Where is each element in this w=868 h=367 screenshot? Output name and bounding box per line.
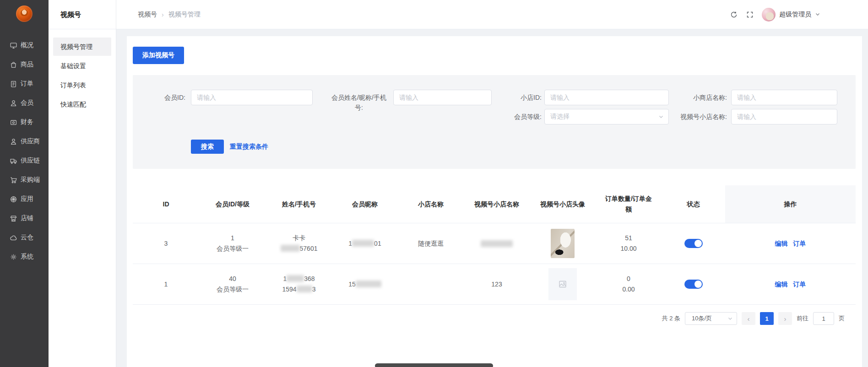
channel-table: ID 会员ID/等级 姓名/手机号 会员昵称 小店名称 视频号小店名称 视频号小…: [133, 185, 856, 305]
table-header: ID 会员ID/等级 姓名/手机号 会员昵称 小店名称 视频号小店名称 视频号小…: [133, 185, 856, 223]
add-channel-button[interactable]: 添加视频号: [133, 47, 184, 64]
cell-channel-shop-name: 123: [464, 264, 530, 304]
sidebar-item-label: 供应商: [21, 137, 40, 146]
app-window: 概况 商品 订单 会员 财务 供应商 供应链 采购端 应用 店铺 云仓 系统 视…: [0, 0, 868, 367]
edit-link[interactable]: 编辑: [775, 238, 788, 249]
primary-sidebar: 概况 商品 订单 会员 财务 供应商 供应链 采购端 应用 店铺 云仓 系统: [0, 0, 49, 367]
status-toggle[interactable]: [684, 280, 703, 289]
sidebar-item-supplier[interactable]: 供应商: [0, 132, 49, 151]
sidebar-item-overview[interactable]: 概况: [0, 36, 49, 55]
user-menu[interactable]: 超级管理员: [762, 8, 820, 22]
channel-shop-name-input[interactable]: [731, 109, 837, 124]
cell-id: 3: [133, 223, 199, 264]
secondary-sidebar: 视频号 视频号管理 基础设置 订单列表 快速匹配: [49, 0, 116, 367]
cell-status: [662, 264, 725, 304]
goto-suffix: 页: [839, 314, 845, 323]
status-toggle[interactable]: [684, 239, 703, 248]
member-id-input[interactable]: [191, 90, 313, 105]
cell-channel-shop-avatar: [530, 264, 596, 304]
sidebar-item-store[interactable]: 店铺: [0, 209, 49, 228]
sidebar-item-label: 会员: [21, 99, 33, 107]
supply-chain-icon: [10, 157, 17, 165]
col-member-id-level: 会员ID/等级: [199, 185, 266, 223]
sidebar-item-cloud-warehouse[interactable]: 云仓: [0, 228, 49, 247]
main-area: 视频号 › 视频号管理 超级管理员 添加视频号 会员ID:: [116, 0, 868, 367]
order-link[interactable]: 订单: [793, 279, 806, 290]
submenu-item-order-list[interactable]: 订单列表: [53, 76, 111, 94]
sidebar-item-label: 概况: [21, 41, 33, 49]
cell-channel-shop-avatar: [530, 223, 596, 264]
breadcrumb-level1[interactable]: 视频号: [138, 11, 157, 19]
submenu-title: 视频号: [49, 0, 116, 29]
sidebar-item-label: 系统: [21, 253, 33, 261]
submenu-item-quick-match[interactable]: 快速匹配: [53, 95, 111, 113]
edit-link[interactable]: 编辑: [775, 279, 788, 290]
filter-panel: 会员ID: 会员姓名/昵称/手机 号: 小店ID:: [133, 75, 856, 169]
sidebar-item-finance[interactable]: 财务: [0, 113, 49, 132]
topbar-actions: 超级管理员: [730, 8, 868, 22]
cell-channel-shop-name: [464, 223, 530, 264]
goto-page-input[interactable]: [813, 312, 834, 325]
sidebar-item-goods[interactable]: 商品: [0, 55, 49, 74]
sidebar-item-members[interactable]: 会员: [0, 93, 49, 113]
sidebar-item-apps[interactable]: 应用: [0, 189, 49, 209]
pagination: 共 2 条 10条/页 ‹ 1 › 前往 页: [133, 312, 856, 325]
page-size-select[interactable]: 10条/页: [685, 312, 737, 325]
cell-name-phone: 1368 15943: [266, 264, 332, 304]
masked-text: [356, 281, 381, 287]
search-button[interactable]: 搜索: [191, 140, 224, 154]
col-orders-amount: 订单数量/订单金额: [596, 185, 662, 223]
next-page-button[interactable]: ›: [778, 312, 792, 325]
masked-text: [297, 286, 312, 292]
sidebar-item-orders[interactable]: 订单: [0, 74, 49, 93]
col-channel-shop-avatar: 视频号小店头像: [530, 185, 596, 223]
fullscreen-icon[interactable]: [746, 11, 754, 19]
member-id-label: 会员ID:: [133, 90, 185, 105]
finance-icon: [10, 119, 17, 126]
small-shop-name-label: 小商店名称:: [664, 90, 727, 105]
sidebar-item-label: 供应链: [21, 157, 40, 165]
content-card: 添加视频号 会员ID: 会员姓名/昵称/手机 号: 小店ID:: [127, 36, 862, 367]
channel-shop-name-label: 视频号小店名称:: [636, 109, 727, 124]
col-status: 状态: [662, 185, 725, 223]
procurement-icon: [10, 176, 17, 184]
sidebar-item-supply-chain[interactable]: 供应链: [0, 151, 49, 170]
current-page[interactable]: 1: [760, 312, 774, 325]
order-link[interactable]: 订单: [793, 238, 806, 249]
chevron-down-icon: [727, 316, 733, 321]
sidebar-item-label: 采购端: [21, 176, 40, 184]
image-placeholder-icon: [548, 268, 577, 300]
prev-page-button[interactable]: ‹: [742, 312, 755, 325]
primary-nav: 概况 商品 订单 会员 财务 供应商 供应链 采购端 应用 店铺 云仓 系统: [0, 22, 49, 266]
user-avatar: [762, 8, 776, 22]
table-row: 1 40会员等级一 1368 15943 15 123: [133, 264, 856, 304]
refresh-icon[interactable]: [730, 11, 738, 19]
masked-text: [281, 245, 300, 252]
cell-shop-name: [398, 264, 464, 304]
masked-text: [287, 275, 304, 282]
cell-nickname: 101: [332, 223, 398, 264]
store-icon: [10, 215, 17, 222]
member-name-input[interactable]: [393, 90, 492, 105]
small-shop-name-input[interactable]: [731, 90, 837, 105]
goto-label: 前往: [797, 314, 808, 323]
sidebar-item-procurement[interactable]: 采购端: [0, 170, 49, 189]
content-area: 添加视频号 会员ID: 会员姓名/昵称/手机 号: 小店ID:: [116, 29, 868, 367]
reset-filters-link[interactable]: 重置搜索条件: [230, 140, 268, 154]
cell-id: 1: [133, 264, 199, 304]
submenu-item-basic-settings[interactable]: 基础设置: [53, 57, 111, 75]
sidebar-item-system[interactable]: 系统: [0, 247, 49, 266]
submenu-item-channel-management[interactable]: 视频号管理: [53, 38, 111, 56]
col-shop-name: 小店名称: [398, 185, 464, 223]
col-name-phone: 姓名/手机号: [266, 185, 332, 223]
sidebar-item-label: 店铺: [21, 214, 33, 222]
shop-id-input[interactable]: [544, 90, 669, 105]
horizontal-scrollbar-thumb[interactable]: [375, 363, 493, 367]
sidebar-item-label: 财务: [21, 118, 33, 126]
app-logo[interactable]: [16, 5, 33, 22]
shop-avatar-image[interactable]: [551, 229, 575, 258]
cell-orders-amount: 00.00: [596, 264, 662, 304]
cell-actions: 编辑订单: [725, 264, 856, 304]
cell-orders-amount: 5110.00: [596, 223, 662, 264]
sidebar-item-label: 云仓: [21, 233, 33, 242]
